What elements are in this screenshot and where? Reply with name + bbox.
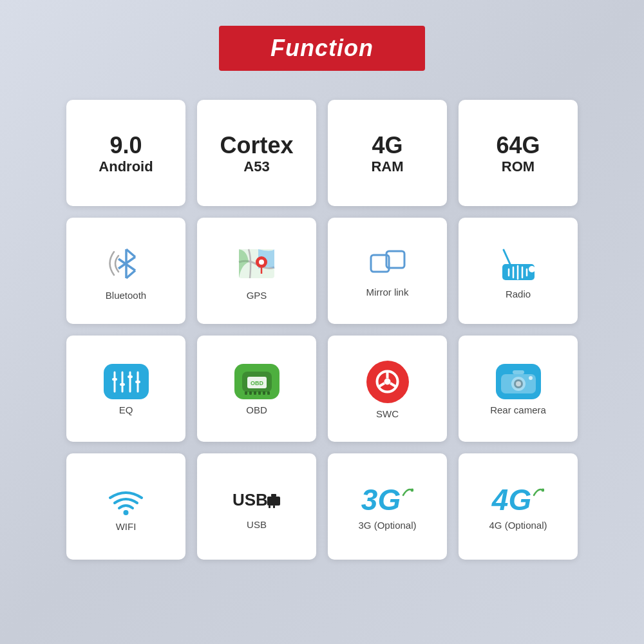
svg-point-38 xyxy=(384,379,391,385)
mirror-icon xyxy=(368,246,407,281)
android-version: 9.0 xyxy=(99,133,153,158)
ram-label: RAM xyxy=(371,158,403,175)
3g-text: 3G xyxy=(361,485,401,515)
rearcam-label: Rear camera xyxy=(490,404,546,415)
usb-label: USB xyxy=(247,519,267,530)
svg-point-48 xyxy=(124,510,129,515)
spec-android: 9.0 Android xyxy=(66,100,185,206)
radio-label: Radio xyxy=(506,289,531,299)
svg-point-18 xyxy=(529,266,535,272)
3g-signal-icon xyxy=(402,486,413,499)
android-label: Android xyxy=(99,158,153,175)
ram-size: 4G xyxy=(371,133,403,158)
svg-rect-26 xyxy=(135,381,140,383)
4g-label: 4G (Optional) xyxy=(489,520,547,531)
feature-eq: EQ xyxy=(66,336,185,442)
feature-mirror: Mirror link xyxy=(328,218,447,324)
wifi-icon xyxy=(105,484,147,516)
bluetooth-icon xyxy=(107,243,146,285)
obd-label: OBD xyxy=(246,404,267,415)
svg-rect-32 xyxy=(254,392,256,395)
header-banner: Function xyxy=(219,26,425,71)
swc-icon xyxy=(366,361,409,403)
spec-cortex: Cortex A53 xyxy=(197,100,316,206)
spec-ram: 4G RAM xyxy=(328,100,447,206)
rom-size: 64G xyxy=(496,133,540,158)
svg-point-47 xyxy=(529,376,533,380)
feature-obd: OBD OBD xyxy=(197,336,316,442)
feature-wifi: WIFI xyxy=(66,453,185,560)
swc-label: SWC xyxy=(376,408,399,419)
cortex-label: Cortex xyxy=(220,133,293,158)
svg-line-12 xyxy=(504,250,510,264)
svg-rect-51 xyxy=(271,494,276,497)
svg-line-3 xyxy=(126,270,135,278)
svg-rect-46 xyxy=(513,370,524,374)
feature-swc: SWC xyxy=(328,336,447,442)
svg-rect-35 xyxy=(267,392,270,395)
svg-line-1 xyxy=(126,249,135,257)
4g-text: 4G xyxy=(492,485,531,515)
feature-bluetooth: Bluetooth xyxy=(66,218,185,324)
function-grid: 9.0 Android Cortex A53 4G RAM 64G ROM xyxy=(66,100,578,560)
svg-point-7 xyxy=(259,260,264,265)
feature-usb: USB USB xyxy=(197,453,316,560)
feature-gps: GPS xyxy=(197,218,316,324)
svg-rect-20 xyxy=(112,378,117,381)
svg-rect-53 xyxy=(273,506,275,508)
svg-rect-33 xyxy=(258,392,261,395)
svg-rect-30 xyxy=(245,392,247,395)
rom-label: ROM xyxy=(496,158,540,175)
svg-rect-31 xyxy=(249,392,252,395)
svg-rect-50 xyxy=(267,497,280,506)
svg-rect-22 xyxy=(120,383,125,386)
eq-icon xyxy=(104,364,149,399)
obd-icon: OBD xyxy=(234,364,279,399)
svg-rect-34 xyxy=(263,392,265,395)
camera-icon xyxy=(496,364,541,399)
feature-rearcam: Rear camera xyxy=(459,336,578,442)
svg-text:USB: USB xyxy=(232,490,268,509)
wifi-label: WIFI xyxy=(116,521,137,532)
4g-signal-icon xyxy=(533,486,544,499)
radio-icon xyxy=(496,245,541,283)
feature-4g: 4G 4G (Optional) xyxy=(459,453,578,560)
svg-rect-24 xyxy=(128,375,133,378)
gps-icon xyxy=(236,243,278,285)
usb-icon: USB xyxy=(231,485,283,514)
feature-3g: 3G 3G (Optional) xyxy=(328,453,447,560)
3g-label: 3G (Optional) xyxy=(358,520,416,531)
svg-rect-52 xyxy=(269,506,270,508)
eq-label: EQ xyxy=(119,404,133,415)
mirror-label: Mirror link xyxy=(366,287,409,298)
gps-label: GPS xyxy=(247,290,267,301)
bluetooth-label: Bluetooth xyxy=(106,290,146,301)
svg-point-45 xyxy=(516,381,521,386)
cortex-model: A53 xyxy=(220,158,293,175)
svg-text:OBD: OBD xyxy=(251,380,264,386)
feature-radio: Radio xyxy=(459,218,578,324)
spec-rom: 64G ROM xyxy=(459,100,578,206)
